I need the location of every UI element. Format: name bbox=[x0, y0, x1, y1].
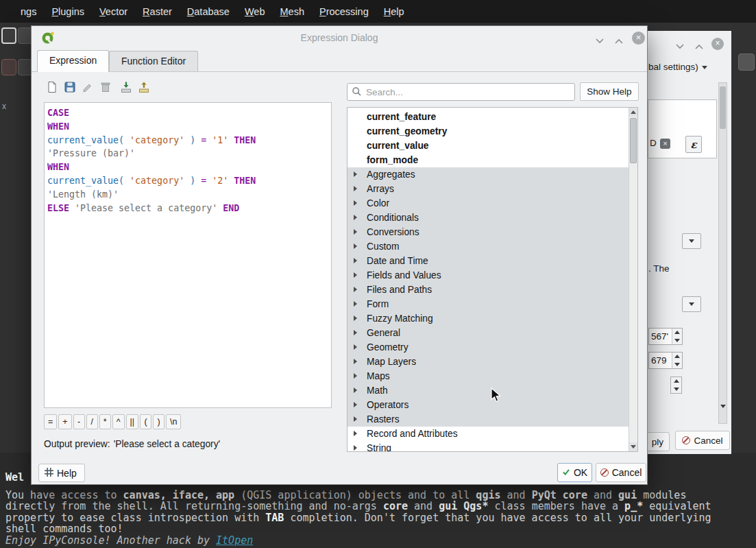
menu-item-mesh[interactable]: Mesh bbox=[272, 6, 311, 17]
cancel-button[interactable]: Cancel bbox=[596, 463, 646, 482]
dropdown-arrow-icon bbox=[702, 66, 707, 69]
operator-button-concat[interactable]: || bbox=[126, 414, 139, 429]
operator-buttons: =+-/*^||()\n bbox=[44, 414, 181, 429]
export-expression-button[interactable] bbox=[136, 80, 152, 96]
settings-dropdown-fragment[interactable]: bal settings) bbox=[648, 62, 707, 72]
menu-item-database[interactable]: Database bbox=[180, 6, 237, 17]
operator-button-newline[interactable]: \n bbox=[166, 414, 181, 429]
ok-button[interactable]: OK bbox=[557, 463, 592, 482]
spinbox-value: 567' bbox=[649, 329, 672, 344]
toolbar-icon[interactable] bbox=[1, 59, 16, 75]
tab-function-editor[interactable]: Function Editor bbox=[109, 51, 198, 71]
expand-arrow-icon bbox=[354, 359, 357, 364]
function-list-scrollbar[interactable] bbox=[629, 108, 637, 451]
background-dialog-panel: × bal settings) D × ε . The 567' 679 ply bbox=[642, 31, 731, 454]
function-group-arrays[interactable]: Arrays bbox=[347, 182, 629, 196]
processing-tool-icon[interactable] bbox=[738, 53, 755, 71]
function-group-maps[interactable]: Maps bbox=[347, 369, 629, 383]
menu-item-plugins[interactable]: Plugins bbox=[44, 6, 92, 17]
scroll-down-icon[interactable] bbox=[629, 442, 637, 451]
new-expression-button[interactable] bbox=[44, 80, 60, 96]
function-group-files-and-paths[interactable]: Files and Paths bbox=[347, 283, 629, 297]
cancel-label: Cancel bbox=[694, 436, 722, 446]
function-group-conditionals[interactable]: Conditionals bbox=[347, 211, 629, 225]
menu-item-help[interactable]: Help bbox=[376, 6, 412, 17]
chevron-down-icon[interactable] bbox=[675, 40, 686, 49]
function-item-current-value[interactable]: current_value bbox=[347, 139, 629, 153]
function-item-form-mode[interactable]: form_mode bbox=[347, 153, 629, 167]
save-expression-button[interactable] bbox=[62, 80, 78, 96]
function-group-geometry[interactable]: Geometry bbox=[347, 340, 629, 355]
scroll-down-icon[interactable] bbox=[720, 408, 726, 420]
operator-button-power[interactable]: ^ bbox=[112, 414, 125, 429]
expand-arrow-icon bbox=[354, 200, 357, 206]
function-group-conversions[interactable]: Conversions bbox=[347, 225, 629, 239]
function-group-custom[interactable]: Custom bbox=[347, 239, 629, 254]
menu-item-web[interactable]: Web bbox=[237, 6, 273, 17]
operator-button-multiply[interactable]: * bbox=[99, 414, 111, 429]
edit-expression-button[interactable] bbox=[80, 80, 96, 96]
function-item-current-feature[interactable]: current_feature bbox=[347, 110, 629, 124]
menu-item-raster[interactable]: Raster bbox=[135, 6, 180, 17]
expression-editor[interactable]: CASEWHENcurrent_value( 'category' ) = '1… bbox=[44, 102, 332, 408]
operator-button-divide[interactable]: / bbox=[86, 414, 98, 429]
operator-button-open-paren[interactable]: ( bbox=[140, 414, 151, 429]
scrollbar[interactable] bbox=[718, 82, 727, 424]
code-line: current_value( 'category' ) = '2' THEN bbox=[47, 174, 328, 188]
help-button[interactable]: Help bbox=[38, 464, 85, 482]
window-minimize-icon[interactable] bbox=[595, 35, 605, 42]
operator-button-equals[interactable]: = bbox=[44, 414, 57, 429]
show-help-button[interactable]: Show Help bbox=[580, 82, 639, 101]
spinbox-1[interactable]: 567' bbox=[648, 328, 683, 345]
background-cancel-button[interactable]: Cancel bbox=[675, 431, 730, 450]
menu-item-ngs[interactable]: ngs bbox=[13, 6, 44, 17]
function-group-label: General bbox=[367, 328, 400, 338]
menu-item-processing[interactable]: Processing bbox=[312, 6, 376, 17]
scroll-up-icon[interactable] bbox=[629, 108, 637, 117]
function-group-rasters[interactable]: Rasters bbox=[347, 412, 629, 427]
operator-button-plus[interactable]: + bbox=[58, 414, 71, 429]
combobox-arrow[interactable] bbox=[682, 233, 701, 249]
function-group-color[interactable]: Color bbox=[347, 196, 629, 211]
function-group-operators[interactable]: Operators bbox=[347, 398, 629, 412]
combobox-arrow[interactable] bbox=[682, 296, 701, 312]
function-item-current-geometry[interactable]: current_geometry bbox=[347, 124, 629, 139]
expression-builder-button[interactable]: ε bbox=[685, 136, 702, 153]
function-group-fields-and-values[interactable]: Fields and Values bbox=[347, 268, 629, 283]
scrollbar-handle[interactable] bbox=[720, 86, 726, 129]
spinbox-3[interactable] bbox=[670, 377, 682, 394]
code-line: CASE bbox=[47, 106, 328, 120]
dock-close-icon[interactable]: x bbox=[2, 102, 6, 111]
operator-button-close-paren[interactable]: ) bbox=[153, 414, 164, 429]
function-group-string[interactable]: String bbox=[347, 441, 629, 452]
function-group-form[interactable]: Form bbox=[347, 297, 629, 311]
function-group-fuzzy-matching[interactable]: Fuzzy Matching bbox=[347, 311, 629, 326]
delete-expression-button[interactable] bbox=[97, 80, 114, 96]
operator-button-minus[interactable]: - bbox=[73, 414, 85, 429]
tab-expression[interactable]: Expression bbox=[37, 50, 109, 72]
search-input[interactable] bbox=[347, 83, 575, 101]
function-group-math[interactable]: Math bbox=[347, 383, 629, 398]
function-group-label: Aggregates bbox=[367, 169, 415, 180]
spinbox-arrows[interactable] bbox=[671, 377, 681, 393]
import-expression-button[interactable] bbox=[118, 80, 134, 96]
function-group-aggregates[interactable]: Aggregates bbox=[347, 167, 629, 182]
expand-arrow-icon bbox=[354, 315, 357, 321]
function-group-date-and-time[interactable]: Date and Time bbox=[347, 254, 629, 268]
scrollbar-handle[interactable] bbox=[630, 118, 637, 163]
function-group-general[interactable]: General bbox=[347, 326, 629, 340]
window-close-icon[interactable]: × bbox=[632, 32, 645, 45]
function-group-record-and-attributes[interactable]: Record and Attributes bbox=[347, 427, 629, 441]
spinbox-2[interactable]: 679 bbox=[648, 352, 683, 369]
pan-tool-icon[interactable] bbox=[1, 27, 16, 44]
chevron-up-icon[interactable] bbox=[694, 40, 705, 49]
spinbox-arrows[interactable] bbox=[672, 329, 682, 344]
menu-item-vector[interactable]: Vector bbox=[92, 6, 135, 17]
dropdown-arrow-icon bbox=[689, 239, 694, 243]
ok-label: OK bbox=[574, 467, 587, 478]
close-icon[interactable]: × bbox=[711, 38, 724, 50]
spinbox-arrows[interactable] bbox=[672, 353, 682, 368]
clear-value-icon[interactable]: × bbox=[660, 139, 670, 149]
function-group-map-layers[interactable]: Map Layers bbox=[347, 355, 629, 369]
window-maximize-icon[interactable] bbox=[614, 35, 624, 42]
